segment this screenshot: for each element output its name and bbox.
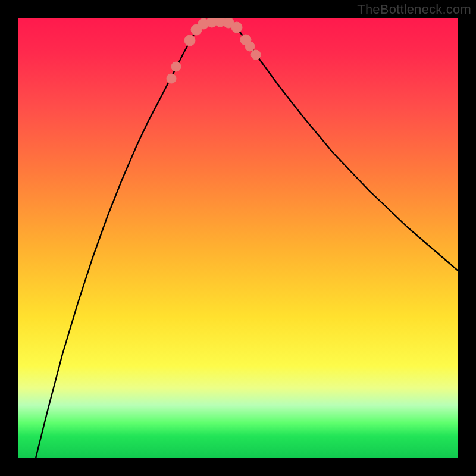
chart-svg bbox=[18, 18, 458, 458]
marker-dot bbox=[171, 62, 181, 71]
marker-dot bbox=[231, 22, 242, 33]
marker-dot bbox=[245, 42, 255, 51]
watermark-text: TheBottleneck.com bbox=[357, 2, 471, 17]
curve-group bbox=[36, 21, 458, 458]
marker-group bbox=[167, 18, 261, 83]
plot-area bbox=[18, 18, 458, 458]
curve-right-curve bbox=[233, 24, 458, 271]
curve-left-curve bbox=[36, 24, 201, 458]
frame: TheBottleneck.com bbox=[0, 0, 476, 476]
marker-dot bbox=[251, 50, 261, 60]
marker-dot bbox=[184, 35, 195, 46]
marker-dot bbox=[167, 74, 176, 83]
